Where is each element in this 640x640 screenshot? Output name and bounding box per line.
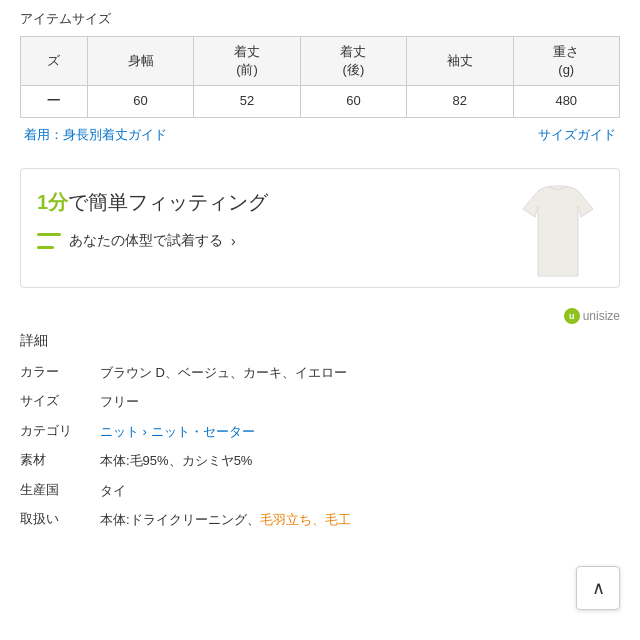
cell-weight: 480 xyxy=(513,86,619,117)
page-container: アイテムサイズ ズ 身幅 着丈(前) 着丈(後) 袖丈 重さ(g) 一 60 5… xyxy=(0,0,640,545)
fitting-icon-line-1 xyxy=(37,233,61,236)
detail-label-category: カテゴリ xyxy=(20,422,100,440)
fitting-try-text: あなたの体型で試着する xyxy=(69,232,223,250)
detail-value-size: フリー xyxy=(100,392,620,412)
size-guide-link[interactable]: サイズガイド xyxy=(538,126,616,144)
fitting-title-highlight: 1分 xyxy=(37,191,68,213)
item-size-title: アイテムサイズ xyxy=(20,10,620,28)
col-header-sleeve: 袖丈 xyxy=(407,37,513,86)
unisize-icon: u xyxy=(564,308,580,324)
detail-label-size: サイズ xyxy=(20,392,100,410)
detail-value-color: ブラウン D、ベージュ、カーキ、イエロー xyxy=(100,363,620,383)
detail-row-care: 取扱い 本体:ドライクリーニング、毛羽立ち、毛工 xyxy=(20,505,620,535)
cell-back: 60 xyxy=(300,86,406,117)
detail-row-size: サイズ フリー xyxy=(20,387,620,417)
fitting-menu-icon xyxy=(37,233,61,249)
scroll-top-button[interactable]: ∧ xyxy=(576,566,620,610)
unisize-label: unisize xyxy=(583,309,620,323)
size-guide-links: 着用：身長別着丈ガイド サイズガイド xyxy=(20,126,620,144)
fitting-banner[interactable]: 1分で簡単フィッティング あなたの体型で試着する › xyxy=(20,168,620,288)
details-title: 詳細 xyxy=(20,332,620,350)
fitting-icon-line-2 xyxy=(37,246,54,249)
scroll-top-icon: ∧ xyxy=(592,577,605,599)
detail-value-country: タイ xyxy=(100,481,620,501)
col-header-front: 着丈(前) xyxy=(194,37,300,86)
details-section: 詳細 カラー ブラウン D、ベージュ、カーキ、イエロー サイズ フリー カテゴリ… xyxy=(0,332,640,535)
detail-value-category: ニット › ニット・セーター xyxy=(100,422,620,442)
item-size-section: アイテムサイズ ズ 身幅 着丈(前) 着丈(後) 袖丈 重さ(g) 一 60 5… xyxy=(0,10,640,152)
category-link[interactable]: ニット › ニット・セーター xyxy=(100,424,255,439)
cell-size-label: 一 xyxy=(21,86,88,117)
detail-row-category: カテゴリ ニット › ニット・セーター xyxy=(20,417,620,447)
detail-label-material: 素材 xyxy=(20,451,100,469)
detail-value-material: 本体:毛95%、カシミヤ5% xyxy=(100,451,620,471)
wear-guide-link[interactable]: 着用：身長別着丈ガイド xyxy=(24,126,167,144)
detail-label-country: 生産国 xyxy=(20,481,100,499)
care-link-fluff[interactable]: 毛羽立ち、 xyxy=(260,512,325,527)
detail-row-color: カラー ブラウン D、ベージュ、カーキ、イエロー xyxy=(20,358,620,388)
col-header-weight: 重さ(g) xyxy=(513,37,619,86)
detail-row-country: 生産国 タイ xyxy=(20,476,620,506)
cell-width: 60 xyxy=(87,86,193,117)
detail-label-care: 取扱い xyxy=(20,510,100,528)
cell-sleeve: 82 xyxy=(407,86,513,117)
unisize-badge: u unisize xyxy=(0,304,640,332)
col-header-size: ズ xyxy=(21,37,88,86)
detail-row-material: 素材 本体:毛95%、カシミヤ5% xyxy=(20,446,620,476)
care-link-wool[interactable]: 毛工 xyxy=(325,512,351,527)
detail-label-color: カラー xyxy=(20,363,100,381)
detail-value-care: 本体:ドライクリーニング、毛羽立ち、毛工 xyxy=(100,510,620,530)
col-header-width: 身幅 xyxy=(87,37,193,86)
sweater-illustration xyxy=(513,181,603,281)
cell-front: 52 xyxy=(194,86,300,117)
fitting-title-rest: で簡単フィッティング xyxy=(68,191,268,213)
col-header-back: 着丈(後) xyxy=(300,37,406,86)
fitting-arrow: › xyxy=(231,233,236,249)
unisize-logo: u unisize xyxy=(564,308,620,324)
table-row: 一 60 52 60 82 480 xyxy=(21,86,620,117)
size-table: ズ 身幅 着丈(前) 着丈(後) 袖丈 重さ(g) 一 60 52 60 82 … xyxy=(20,36,620,118)
